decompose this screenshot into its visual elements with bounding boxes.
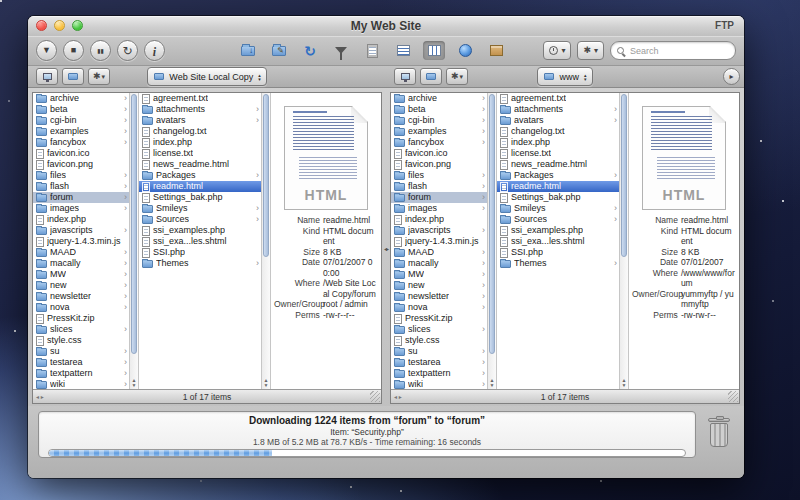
list-item[interactable]: fancybox›	[33, 137, 129, 148]
list-item[interactable]: SSI.php	[497, 247, 619, 258]
pane-divider[interactable]: ◂▸	[382, 92, 390, 404]
list-item[interactable]: MAAD›	[33, 247, 129, 258]
list-item[interactable]: attachments›	[139, 104, 261, 115]
start-transfer-button[interactable]: ▼	[36, 40, 57, 61]
list-item[interactable]: newsletter›	[33, 291, 129, 302]
list-item[interactable]: forum›	[33, 192, 129, 203]
search-field[interactable]	[610, 41, 736, 60]
list-item[interactable]: cgi-bin›	[33, 115, 129, 126]
list-item[interactable]: changelog.txt	[497, 126, 619, 137]
scrollbar-arrows-icon[interactable]: ▲▼	[262, 378, 270, 388]
list-item[interactable]: su›	[391, 346, 487, 357]
filter-button[interactable]	[330, 41, 352, 60]
list-item[interactable]: avatars›	[497, 115, 619, 126]
list-item[interactable]: Smileys›	[139, 203, 261, 214]
list-item[interactable]: license.txt	[139, 148, 261, 159]
synchronize-button[interactable]: ↻	[299, 41, 321, 60]
list-item[interactable]: nova›	[33, 302, 129, 313]
server-button[interactable]	[394, 68, 416, 85]
local-path-dropdown[interactable]: Web Site Local Copy ▴▾	[147, 67, 266, 86]
list-item[interactable]: MW›	[391, 269, 487, 280]
list-item[interactable]: new›	[391, 280, 487, 291]
list-item[interactable]: beta›	[33, 104, 129, 115]
list-item[interactable]: Settings_bak.php	[497, 192, 619, 203]
remote-path-dropdown[interactable]: www ▴▾	[537, 67, 592, 86]
list-item[interactable]: macally›	[391, 258, 487, 269]
list-item[interactable]: flash›	[391, 181, 487, 192]
list-item[interactable]: jquery-1.4.3.min.js	[33, 236, 129, 247]
list-item[interactable]: nova›	[391, 302, 487, 313]
trash-icon[interactable]	[707, 418, 731, 450]
list-item[interactable]: PressKit.zip	[33, 313, 129, 324]
scrollbar[interactable]: ▲▼	[619, 93, 629, 389]
list-item[interactable]: PressKit.zip	[391, 313, 487, 324]
list-item[interactable]: Packages›	[497, 170, 619, 181]
list-item[interactable]: macally›	[33, 258, 129, 269]
list-item[interactable]: ssi_examples.php	[497, 225, 619, 236]
list-item[interactable]: new›	[33, 280, 129, 291]
list-item[interactable]: cgi-bin›	[391, 115, 487, 126]
list-item[interactable]: license.txt	[497, 148, 619, 159]
list-item[interactable]: Settings_bak.php	[139, 192, 261, 203]
list-item[interactable]: favicon.png	[33, 159, 129, 170]
list-item[interactable]: favicon.ico	[33, 148, 129, 159]
remote-column-1[interactable]: archive›beta›cgi-bin›examples›fancybox›f…	[391, 93, 487, 389]
list-item[interactable]: archive›	[391, 93, 487, 104]
folder-actions-button[interactable]: ✱▾	[88, 68, 110, 85]
title-bar[interactable]: My Web Site FTP	[28, 16, 744, 36]
list-item[interactable]: news_readme.html	[497, 159, 619, 170]
list-item[interactable]: MAAD›	[391, 247, 487, 258]
history-dropdown-button[interactable]: ▾	[543, 41, 571, 60]
download-to-folder-button[interactable]: ↓	[237, 41, 259, 60]
list-item[interactable]: Packages›	[139, 170, 261, 181]
local-column-2[interactable]: agreement.txtattachments›avatars›changel…	[139, 93, 261, 389]
list-item[interactable]: newsletter›	[391, 291, 487, 302]
html-document-preview-icon[interactable]: HTML	[642, 106, 726, 210]
stop-button[interactable]: ■	[63, 40, 84, 61]
list-item[interactable]: archive›	[33, 93, 129, 104]
edit-document-button[interactable]	[361, 41, 383, 60]
list-item[interactable]: jquery-1.4.3.min.js	[391, 236, 487, 247]
list-item[interactable]: Themes›	[139, 258, 261, 269]
scrollbar[interactable]: ▲▼	[129, 93, 139, 389]
list-item[interactable]: changelog.txt	[139, 126, 261, 137]
resize-grip[interactable]	[370, 391, 380, 402]
list-item[interactable]: style.css	[33, 335, 129, 346]
scrollbar-arrows-icon[interactable]: ▲▼	[130, 378, 138, 388]
local-column-1[interactable]: archive›beta›cgi-bin›examples›fancybox›f…	[33, 93, 129, 389]
html-document-preview-icon[interactable]: HTML	[284, 106, 368, 210]
list-item[interactable]: SSI.php	[139, 247, 261, 258]
folder-actions-button[interactable]: ✱▾	[446, 68, 468, 85]
list-item[interactable]: beta›	[391, 104, 487, 115]
list-item[interactable]: testarea›	[33, 357, 129, 368]
list-item[interactable]: images›	[33, 203, 129, 214]
list-item[interactable]: ssi_exa...les.shtml	[497, 236, 619, 247]
pause-button[interactable]: ▮▮	[90, 40, 111, 61]
list-item[interactable]: index.php	[33, 214, 129, 225]
list-item[interactable]: readme.html	[139, 181, 261, 192]
list-item[interactable]: slices›	[391, 324, 487, 335]
parent-folder-button[interactable]	[62, 68, 84, 85]
list-item[interactable]: attachments›	[497, 104, 619, 115]
list-item[interactable]: wiki›	[33, 379, 129, 389]
list-item[interactable]: wiki›	[391, 379, 487, 389]
search-input[interactable]	[628, 45, 729, 57]
list-item[interactable]: javascripts›	[391, 225, 487, 236]
scrollbar-arrows-icon[interactable]: ▲▼	[488, 378, 496, 388]
list-item[interactable]: su›	[33, 346, 129, 357]
column-view-button[interactable]	[423, 41, 445, 60]
scrollbar[interactable]: ▲▼	[261, 93, 271, 389]
list-item[interactable]: testarea›	[391, 357, 487, 368]
refresh-button[interactable]: ↻	[117, 40, 138, 61]
list-item[interactable]: flash›	[33, 181, 129, 192]
list-item[interactable]: javascripts›	[33, 225, 129, 236]
list-item[interactable]: files›	[391, 170, 487, 181]
list-item[interactable]: textpattern›	[33, 368, 129, 379]
remote-column-2[interactable]: agreement.txtattachments›avatars›changel…	[497, 93, 619, 389]
list-item[interactable]: readme.html	[497, 181, 619, 192]
zoom-button[interactable]	[72, 20, 83, 31]
resize-grip[interactable]	[728, 391, 738, 402]
column-scroll-arrows-icon[interactable]: ◂ ▸	[36, 393, 44, 400]
list-item[interactable]: favicon.png	[391, 159, 487, 170]
go-button[interactable]: ▸	[723, 68, 740, 85]
